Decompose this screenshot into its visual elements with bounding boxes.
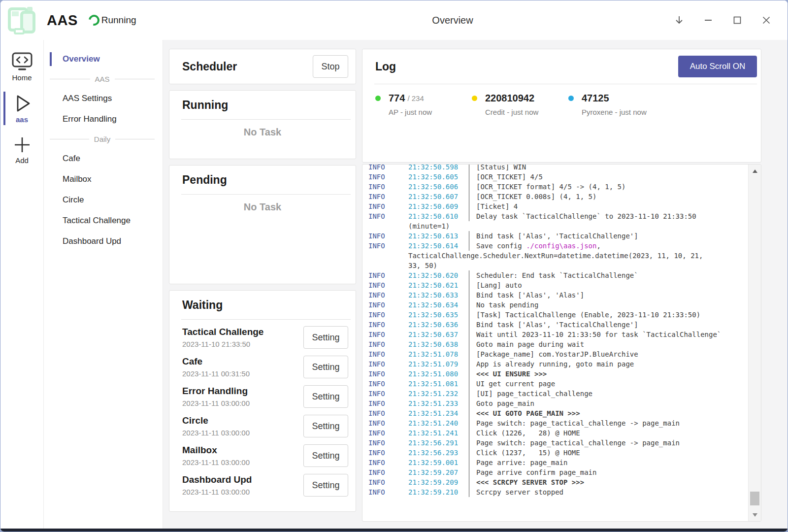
log-line: INFO21:32:50.637Wait until 2023-11-10 21… [368, 330, 761, 339]
log-timestamp: 21:32:50.609 [408, 201, 469, 211]
section-label: Daily [89, 135, 115, 143]
maximize-button[interactable] [731, 14, 744, 27]
log-stat: 220810942Credit - just now [472, 93, 568, 116]
page-title: Overview [432, 15, 473, 26]
sidebar-section-aas: AAS [44, 69, 163, 88]
stat-value: 220810942 [485, 93, 534, 104]
log-timestamp: 21:32:51.232 [408, 389, 469, 399]
log-level: INFO [368, 300, 408, 310]
log-level: INFO [368, 428, 408, 438]
log-message: 33, 50) [408, 261, 761, 270]
task-setting-button[interactable]: Setting [303, 326, 348, 349]
log-timestamp: 21:32:50.620 [408, 270, 469, 280]
log-line: INFO21:32:50.633Bind task ['Alas', 'Alas… [368, 290, 761, 300]
log-message: Goto page_main [469, 399, 761, 408]
log-lines: INFO21:32:50.598[Status] WININFO21:32:50… [362, 164, 761, 497]
log-line: INFO21:32:51.081UI get current page [368, 379, 761, 389]
minimize-button[interactable] [702, 14, 715, 27]
stat-value: 774 [389, 93, 405, 104]
section-line [115, 79, 155, 79]
log-message: Page arrive: page_main [469, 458, 761, 467]
pending-empty-label: No Task [169, 201, 356, 213]
log-line: INFO21:32:56.293Click (1237, 15) @ HOME [368, 448, 761, 458]
download-arrow-button[interactable] [673, 14, 686, 27]
waiting-list: Tactical Challenge2023-11-10 21:33:50Set… [169, 320, 356, 500]
log-timestamp: 21:32:50.633 [408, 290, 469, 300]
log-line: INFO21:32:50.614Save config ./config\aas… [368, 241, 761, 251]
task-setting-button[interactable]: Setting [303, 356, 348, 378]
task-setting-button[interactable]: Setting [303, 415, 348, 437]
stop-button[interactable]: Stop [313, 55, 348, 78]
task-setting-button[interactable]: Setting [303, 444, 348, 467]
log-message: Save config ./config\aas.json, [469, 241, 761, 251]
sidebar-item-error-handling[interactable]: Error Handling [44, 109, 163, 130]
waiting-task-row: Cafe2023-11-11 00:31:50Setting [182, 352, 348, 382]
divider [181, 194, 351, 195]
log-level: INFO [368, 477, 408, 487]
rail-item-home[interactable]: Home [0, 49, 43, 84]
scroll-thumb[interactable] [750, 492, 759, 505]
sidebar-item-mailbox[interactable]: Mailbox [44, 169, 163, 190]
log-line: TacticalChallenge.Scheduler.NextRun=date… [368, 251, 761, 261]
waiting-task-info: Mailbox2023-11-11 03:00:00 [182, 445, 303, 466]
log-level: INFO [368, 487, 408, 497]
sidebar-item-overview[interactable]: Overview [44, 49, 163, 69]
waiting-task-next-run: 2023-11-11 00:31:50 [182, 369, 303, 378]
main-area: Scheduler Stop Running No Task Pending N… [163, 40, 788, 530]
log-line: INFO21:32:51.241Click (1226, 28) @ HOME [368, 428, 761, 438]
running-empty-label: No Task [169, 127, 356, 138]
log-stat-top: 47125 [568, 93, 665, 104]
log-stat: 774/ 234AP - just now [375, 93, 472, 116]
sidebar-item-tactical-challenge[interactable]: Tactical Challenge [44, 210, 163, 231]
rail-item-aas[interactable]: aas [0, 91, 43, 126]
pending-card: Pending No Task [169, 165, 356, 284]
scroll-down-button[interactable] [749, 508, 761, 521]
log-timestamp: 21:32:51.081 [408, 379, 469, 389]
section-line [50, 79, 90, 79]
task-setting-button[interactable]: Setting [303, 474, 348, 497]
stat-value: 47125 [582, 93, 609, 104]
waiting-task-next-run: 2023-11-10 21:33:50 [182, 340, 303, 348]
rail-item-add[interactable]: Add [0, 133, 43, 167]
task-setting-button[interactable]: Setting [303, 385, 348, 408]
log-stat-top: 774/ 234 [375, 93, 472, 104]
log-line: 33, 50) [368, 261, 761, 270]
log-timestamp: 21:32:50.637 [408, 330, 469, 339]
scroll-up-button[interactable] [749, 165, 761, 177]
log-level: INFO [368, 418, 408, 428]
stat-dot-icon [568, 96, 574, 101]
triangle-up-icon [753, 169, 757, 173]
log-line: INFO21:32:50.638Goto main page during wa… [368, 339, 761, 349]
sidebar-item-aas-settings[interactable]: AAS Settings [44, 88, 163, 109]
log-level: INFO [368, 379, 408, 389]
log-message: [OCR_TICKET] 4/5 [469, 172, 761, 182]
log-level: INFO [368, 389, 408, 399]
log-scrollbar[interactable] [748, 165, 761, 521]
sidebar-item-cafe[interactable]: Cafe [44, 148, 163, 169]
log-line: INFO21:32:50.609[Ticket] 4 [368, 201, 761, 211]
waiting-task-info: Tactical Challenge2023-11-10 21:33:50 [182, 327, 303, 348]
log-message: [Ticket] 4 [469, 201, 761, 211]
log-timestamp: 21:32:50.621 [408, 280, 469, 290]
sidebar-item-circle[interactable]: Circle [44, 190, 163, 210]
log-level: INFO [368, 290, 408, 300]
log-timestamp: 21:32:50.598 [408, 164, 469, 172]
log-line: INFO21:32:51.079App is already running, … [368, 359, 761, 369]
log-timestamp: 21:32:56.291 [408, 438, 469, 448]
stat-dot-icon [375, 96, 381, 101]
auto-scroll-button[interactable]: Auto Scroll ON [678, 56, 757, 77]
close-button[interactable] [760, 14, 773, 27]
sidebar-section-daily: Daily [44, 130, 163, 148]
log-stats: 774/ 234AP - just now220810942Credit - j… [362, 84, 761, 116]
log-line: INFO21:32:59.001Page arrive: page_main [368, 458, 761, 467]
log-message: <<< UI GOTO PAGE_MAIN >>> [469, 408, 761, 418]
scheduler-status: Running [89, 15, 136, 26]
sidebar-item-dashboard-upd[interactable]: Dashboard Upd [44, 231, 163, 252]
log-card: Log Auto Scroll ON 774/ 234AP - just now… [362, 49, 761, 163]
log-timestamp: 21:32:59.001 [408, 458, 469, 467]
log-line: INFO21:32:59.210Scrcpy server stopped [368, 487, 761, 497]
log-line: INFO21:32:50.634No task pending [368, 300, 761, 310]
code-monitor-icon [11, 51, 33, 72]
section-line [115, 139, 155, 139]
log-message: [Package_name] com.YostarJP.BlueArchive [469, 349, 761, 359]
